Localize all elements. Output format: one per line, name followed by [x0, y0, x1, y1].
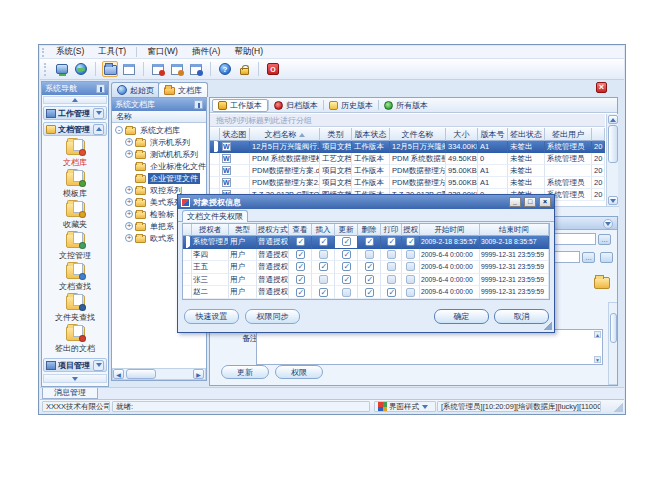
tab-文档库[interactable]: 文档库 — [158, 82, 208, 97]
table-row[interactable]: WPDM 系统数据整理检...工艺文档工作版本PDM 系统数据整理...49.5… — [210, 153, 605, 165]
tree-node-演示机系列[interactable]: +演示机系列 — [125, 136, 192, 148]
cell[interactable] — [335, 274, 358, 287]
checkbox[interactable] — [387, 288, 396, 297]
resize-grip[interactable] — [613, 402, 623, 412]
expand-icon[interactable]: + — [125, 210, 133, 218]
tree-node-测试机机系列[interactable]: +测试机机系列 — [125, 148, 200, 160]
column-header-结束时间[interactable]: 结束时间 — [480, 224, 549, 236]
cancel-button[interactable]: 取消 — [494, 309, 549, 324]
cell[interactable] — [381, 236, 402, 249]
column-header-类型[interactable]: 类型 — [229, 224, 257, 236]
cell[interactable] — [289, 274, 312, 287]
permission-row[interactable]: 系统管理员用户普通授权2009-2-18 8:35:573009-2-18 8:… — [183, 236, 549, 249]
ok-button[interactable]: 确定 — [434, 309, 489, 324]
permission-row[interactable]: 王五用户普通授权2009-6-4 0:00:009999-12-31 23:59… — [183, 261, 549, 274]
column-header-签出用户[interactable]: 签出用户 — [545, 128, 592, 141]
tree-node-企业管理文件[interactable]: 企业管理文件 — [125, 172, 200, 184]
tab-历史版本[interactable]: 历史版本 — [324, 99, 378, 112]
scroll-thumb[interactable] — [608, 125, 618, 163]
checkbox[interactable] — [319, 262, 328, 271]
remark-textarea[interactable]: ▲ ▼ — [256, 329, 603, 365]
ellipsis-button[interactable]: … — [598, 234, 611, 245]
cell[interactable] — [402, 236, 420, 249]
tree-node-欧式系[interactable]: +欧式系 — [125, 232, 176, 244]
folder-open-button[interactable] — [102, 61, 118, 77]
checkbox[interactable] — [319, 237, 328, 246]
lock-button[interactable] — [236, 61, 252, 77]
checkbox[interactable] — [365, 262, 374, 271]
scroll-thumb[interactable] — [126, 369, 156, 379]
maximize-button[interactable]: □ — [524, 197, 536, 207]
cell[interactable] — [358, 261, 381, 274]
sidebar-scroll-down[interactable] — [43, 374, 107, 383]
checkbox[interactable] — [296, 250, 305, 259]
permission-button[interactable]: 权限 — [275, 365, 323, 379]
window-view-button[interactable] — [169, 61, 185, 77]
sidebar-item-文档查找[interactable]: 文档查找 — [43, 264, 107, 292]
cell[interactable] — [312, 274, 335, 287]
checkbox[interactable] — [296, 275, 305, 284]
permission-sync-button[interactable]: 权限同步 — [245, 309, 300, 324]
chevron-up-icon[interactable] — [93, 124, 104, 135]
monitor-button[interactable] — [54, 61, 70, 77]
checkbox[interactable] — [296, 262, 305, 271]
column-header-文件名称[interactable]: 文件名称 — [390, 128, 446, 141]
menu-item[interactable]: 插件(A) — [186, 46, 226, 58]
checkbox[interactable] — [387, 275, 396, 284]
permission-row[interactable]: 李四用户普通授权2009-6-4 0:00:009999-12-31 23:59… — [183, 249, 549, 262]
checkbox[interactable] — [319, 275, 328, 284]
detail-vscrollbar[interactable] — [608, 302, 618, 385]
checkbox[interactable] — [406, 288, 415, 297]
cell[interactable] — [402, 286, 420, 299]
cell[interactable] — [358, 249, 381, 262]
close-tab-button[interactable]: × — [596, 82, 607, 93]
checkbox[interactable] — [406, 275, 415, 284]
column-header-插入[interactable]: 插入 — [312, 224, 335, 236]
checkbox[interactable] — [365, 250, 374, 259]
sidebar-item-文控管理[interactable]: 文控管理 — [43, 233, 107, 261]
tab-起始页[interactable]: 起始页 — [111, 82, 160, 97]
sidebar-group-work[interactable]: 工作管理 — [43, 106, 107, 120]
collapse-icon[interactable]: - — [115, 126, 123, 134]
tab-message-management[interactable]: 消息管理 — [42, 388, 98, 399]
window-button[interactable] — [121, 61, 137, 77]
column-header-类别[interactable]: 类别 — [320, 128, 352, 141]
menu-item[interactable]: 系统(S) — [50, 46, 90, 58]
checkbox[interactable] — [406, 237, 415, 246]
cell[interactable] — [312, 261, 335, 274]
column-header-签出状态[interactable]: 签出状态 — [508, 128, 545, 141]
permission-row[interactable]: 赵二用户普通授权2009-6-4 0:00:009999-12-31 23:59… — [183, 286, 549, 299]
window-new-button[interactable] — [150, 61, 166, 77]
open-folder-button[interactable] — [594, 277, 610, 289]
cell[interactable] — [381, 261, 402, 274]
menu-item[interactable]: 窗口(W) — [141, 46, 184, 58]
expand-icon[interactable]: + — [125, 138, 133, 146]
ellipsis-button[interactable]: … — [582, 252, 595, 263]
scroll-up-icon[interactable]: ▲ — [594, 331, 601, 338]
cell[interactable] — [381, 274, 402, 287]
cell[interactable] — [335, 249, 358, 262]
chevron-down-icon[interactable] — [93, 360, 104, 371]
minimize-button[interactable]: _ — [509, 197, 521, 207]
cell[interactable] — [335, 286, 358, 299]
sidebar-item-模板库[interactable]: 模板库 — [43, 171, 107, 199]
tree-node-企业标准化文件[interactable]: 企业标准化文件 — [125, 160, 206, 172]
quick-setting-button[interactable]: 快速设置 — [184, 309, 239, 324]
scroll-right-icon[interactable]: ▶ — [193, 369, 204, 379]
expand-icon[interactable]: + — [125, 222, 133, 230]
table-row[interactable]: WPDM数据整理方案2.doc项目文档工作版本PDM数据整理方案2.doc95.… — [210, 177, 605, 189]
sidebar-group-project[interactable]: 项目管理 — [43, 358, 107, 372]
expand-icon[interactable]: + — [125, 186, 133, 194]
small-button[interactable] — [600, 252, 613, 263]
globe-button[interactable] — [73, 61, 89, 77]
cell[interactable] — [358, 274, 381, 287]
power-button[interactable]: O — [265, 61, 281, 77]
tab-所有版本[interactable]: 所有版本 — [379, 99, 433, 112]
checkbox[interactable] — [319, 288, 328, 297]
sidebar-item-收藏夹[interactable]: 收藏夹 — [43, 202, 107, 230]
sidebar-item-文件夹查找[interactable]: 文件夹查找 — [43, 295, 107, 323]
column-header-查看[interactable]: 查看 — [289, 224, 312, 236]
permission-row[interactable]: 张三用户普通授权2009-6-4 0:00:009999-12-31 23:59… — [183, 274, 549, 287]
expand-icon[interactable]: + — [125, 234, 133, 242]
cell[interactable] — [335, 261, 358, 274]
